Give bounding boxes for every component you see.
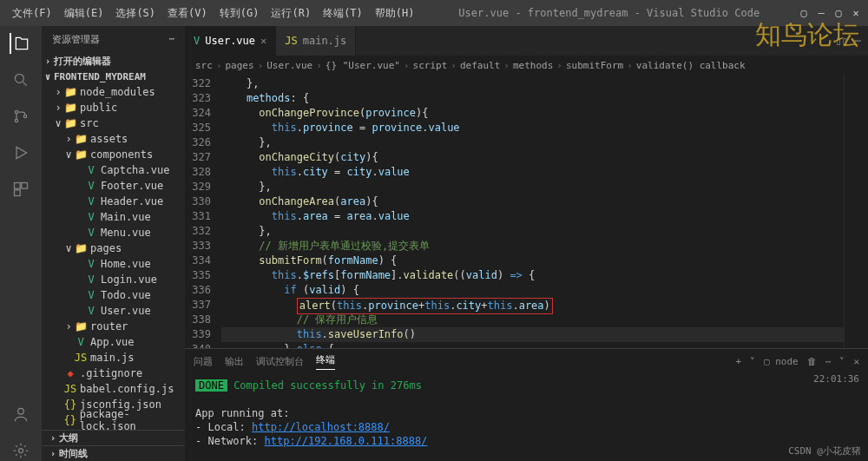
split-editor-icon[interactable]: ▯▯ <box>835 35 847 47</box>
terminal-close-icon[interactable]: ✕ <box>853 356 859 367</box>
minimize-icon[interactable]: — <box>816 8 826 18</box>
settings-gear-icon[interactable] <box>10 440 31 461</box>
run-debug-icon[interactable] <box>10 142 31 163</box>
timeline-section[interactable]: ›时间线 <box>42 445 185 461</box>
menu-item[interactable]: 查看(V) <box>162 3 213 24</box>
terminal-tab[interactable]: 问题 <box>194 355 213 368</box>
search-activity-icon[interactable] <box>10 69 31 90</box>
source-control-icon[interactable] <box>10 106 31 127</box>
tree-item[interactable]: VMain.vue <box>42 209 185 225</box>
tab-close-icon[interactable]: ✕ <box>260 35 266 47</box>
tree-item[interactable]: VTodo.vue <box>42 287 185 303</box>
close-icon[interactable]: ✕ <box>851 8 861 18</box>
account-icon[interactable] <box>10 404 31 425</box>
tree-item[interactable]: VMenu.vue <box>42 225 185 240</box>
svg-rect-4 <box>15 183 21 189</box>
terminal-tab[interactable]: 终端 <box>316 353 335 370</box>
tree-item[interactable]: VUser.vue <box>42 303 185 319</box>
terminal-time: 22:01:36 <box>813 373 859 385</box>
tree-item[interactable]: VHome.vue <box>42 256 185 272</box>
terminal-trash-icon[interactable]: 🗑 <box>807 356 817 367</box>
svg-point-3 <box>23 115 26 117</box>
terminal-tab[interactable]: 调试控制台 <box>256 355 304 368</box>
svg-point-1 <box>15 110 17 113</box>
outline-section[interactable]: ›大纲 <box>42 430 185 445</box>
menu-item[interactable]: 选择(S) <box>110 3 161 24</box>
terminal-dropdown[interactable]: ▢ node <box>764 356 799 367</box>
terminal-chevron-icon[interactable]: ˅ <box>839 356 845 367</box>
menu-item[interactable]: 运行(R) <box>266 3 316 24</box>
terminal-tab[interactable]: 输出 <box>225 355 244 368</box>
editor-tab[interactable]: VUser.vue✕ <box>185 26 276 56</box>
tree-item[interactable]: ›📁router <box>42 319 185 334</box>
tree-item[interactable]: ∨📁pages <box>42 240 185 256</box>
breadcrumb[interactable]: src›pages›User.vue›{} "User.vue"›script›… <box>185 56 868 75</box>
editor-tab[interactable]: JSmain.js <box>276 26 356 56</box>
menu-item[interactable]: 帮助(H) <box>370 3 420 24</box>
minimap[interactable] <box>844 75 868 348</box>
extensions-icon[interactable] <box>10 179 31 200</box>
tree-item[interactable]: ›📁node_modules <box>42 84 185 100</box>
tree-item[interactable]: {}package-lock.json <box>42 412 185 428</box>
tree-item[interactable]: VFooter.vue <box>42 178 185 194</box>
project-root[interactable]: ∨FRONTEND_MYDREAM <box>42 69 185 84</box>
terminal-add-icon[interactable]: + <box>735 356 741 367</box>
tree-item[interactable]: JSmain.js <box>42 350 185 366</box>
tree-item[interactable]: ∨📁src <box>42 115 185 131</box>
tree-item[interactable]: ›📁public <box>42 100 185 115</box>
tree-item[interactable]: VCaptcha.vue <box>42 162 185 178</box>
tree-item[interactable]: ∨📁components <box>42 147 185 162</box>
line-numbers: 322 323 324 325 326 327 328 329 330 331 … <box>185 75 221 348</box>
terminal-maximize-icon[interactable]: ⋯ <box>825 356 832 367</box>
svg-point-2 <box>15 119 17 122</box>
svg-point-7 <box>18 408 24 414</box>
tree-item[interactable]: VHeader.vue <box>42 194 185 209</box>
svg-rect-6 <box>15 190 21 196</box>
window-title: User.vue - frontend_mydream - Visual Stu… <box>420 7 799 19</box>
menu-item[interactable]: 文件(F) <box>7 3 57 24</box>
svg-point-0 <box>15 74 23 82</box>
svg-point-8 <box>19 449 23 453</box>
layout-icon[interactable]: ▢ <box>799 8 809 18</box>
maximize-icon[interactable]: ▢ <box>833 8 844 18</box>
tree-item[interactable]: VLogin.vue <box>42 272 185 287</box>
more-tab-icon[interactable]: ⋯ <box>855 35 861 47</box>
explorer-icon[interactable] <box>10 33 30 54</box>
terminal-body[interactable]: DONE Compiled successfully in 276ms App … <box>185 373 868 461</box>
code-editor[interactable]: }, methods: { onChangeProvince(province)… <box>221 75 844 348</box>
tree-item[interactable]: ›📁assets <box>42 131 185 147</box>
tree-item[interactable]: JSbabel.config.js <box>42 381 185 397</box>
svg-rect-5 <box>22 183 28 189</box>
menu-item[interactable]: 编辑(E) <box>59 3 109 24</box>
menu-item[interactable]: 终端(T) <box>318 3 368 24</box>
tree-item[interactable]: ◆.gitignore <box>42 366 185 381</box>
menu-item[interactable]: 转到(G) <box>214 3 265 24</box>
explorer-header: 资源管理器 <box>52 33 100 46</box>
open-editors-section[interactable]: ›打开的编辑器 <box>42 53 185 69</box>
more-icon[interactable]: ⋯ <box>168 33 174 46</box>
credit: CSDN @小花皮猪 <box>788 445 861 458</box>
tree-item[interactable]: VApp.vue <box>42 334 185 350</box>
